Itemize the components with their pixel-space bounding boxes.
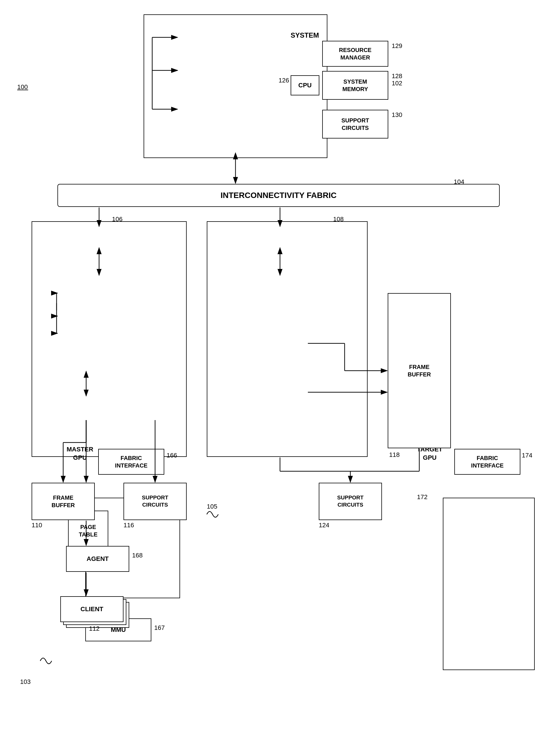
resource-manager-label: RESOURCEMANAGER <box>339 46 371 61</box>
frame-buffer-left-box: FRAMEBUFFER <box>32 483 95 520</box>
host-right-outer-box: HOST 160 READMAILBOX 154 WRITEDATAMAILBO… <box>443 498 535 670</box>
page-table-label: PAGETABLE <box>79 523 97 538</box>
system-outer-box: SYSTEM RESOURCEMANAGER 129 CPU 126 SYSTE… <box>144 14 327 158</box>
ref-124: 124 <box>319 522 329 529</box>
ref-172: 172 <box>417 493 427 501</box>
frame-buffer-left-label: FRAMEBUFFER <box>52 494 75 509</box>
fabric-interface-right-box: FABRICINTERFACE <box>454 449 520 475</box>
cpu-label: CPU <box>298 81 312 90</box>
target-gpu-outer-box: TARGETGPU FABRICINTERFACE 174 172 HOST 1… <box>207 221 367 457</box>
ref-126: 126 <box>279 77 289 84</box>
ref-112: 112 <box>89 625 100 633</box>
ref-174: 174 <box>522 452 533 459</box>
ref-110: 110 <box>32 522 42 529</box>
system-label: SYSTEM <box>291 31 319 40</box>
ref-128: 128 <box>392 72 402 80</box>
ref-102: 102 <box>392 80 402 87</box>
fabric-interface-left-box: FABRICINTERFACE <box>98 449 164 475</box>
support-circuits-right-box: SUPPORTCIRCUITS <box>319 483 382 520</box>
support-circuits-left-label: SUPPORTCIRCUITS <box>142 494 168 508</box>
ref-116: 116 <box>123 522 134 529</box>
fabric-interface-left-label: FABRICINTERFACE <box>115 454 147 469</box>
resource-manager-box: RESOURCEMANAGER <box>322 41 388 67</box>
client-label: CLIENT <box>80 605 103 614</box>
ref-168: 168 <box>132 552 143 559</box>
ref-167: 167 <box>154 624 165 632</box>
support-circuits-left-box: SUPPORTCIRCUITS <box>123 483 187 520</box>
ref-118: 118 <box>389 451 400 459</box>
frame-buffer-right-box: FRAMEBUFFER <box>388 293 451 448</box>
interconnectivity-fabric-label: INTERCONNECTIVITY FABRIC <box>221 190 337 200</box>
interconnectivity-fabric-box: INTERCONNECTIVITY FABRIC <box>57 184 500 207</box>
system-memory-box: SYSTEMMEMORY <box>322 71 388 100</box>
support-circuits-right-label: SUPPORTCIRCUITS <box>337 494 364 508</box>
diagram-container: 100 SYSTEM RESOURCEMANAGER 129 CPU 126 S… <box>0 0 560 756</box>
support-circuits-system-box: SUPPORTCIRCUITS <box>322 110 388 138</box>
fabric-interface-right-label: FABRICINTERFACE <box>471 454 503 469</box>
support-circuits-system-label: SUPPORTCIRCUITS <box>341 117 369 132</box>
master-gpu-label: MASTERGPU <box>67 445 93 462</box>
agent-box: AGENT <box>66 546 129 572</box>
frame-buffer-right-label: FRAMEBUFFER <box>407 363 431 378</box>
ref-166: 166 <box>166 452 177 459</box>
agent-label: AGENT <box>87 555 109 563</box>
cpu-box: CPU <box>291 75 319 95</box>
client-box: CLIENT <box>60 596 123 622</box>
ref-129: 129 <box>392 42 402 50</box>
ref-103: 103 <box>20 678 31 685</box>
master-gpu-outer-box: MASTERGPU FABRICINTERFACE 166 134 HOST 1… <box>32 221 187 457</box>
ref-130: 130 <box>392 111 402 119</box>
ref-105: 105 <box>207 503 217 510</box>
system-memory-label: SYSTEMMEMORY <box>342 78 368 93</box>
